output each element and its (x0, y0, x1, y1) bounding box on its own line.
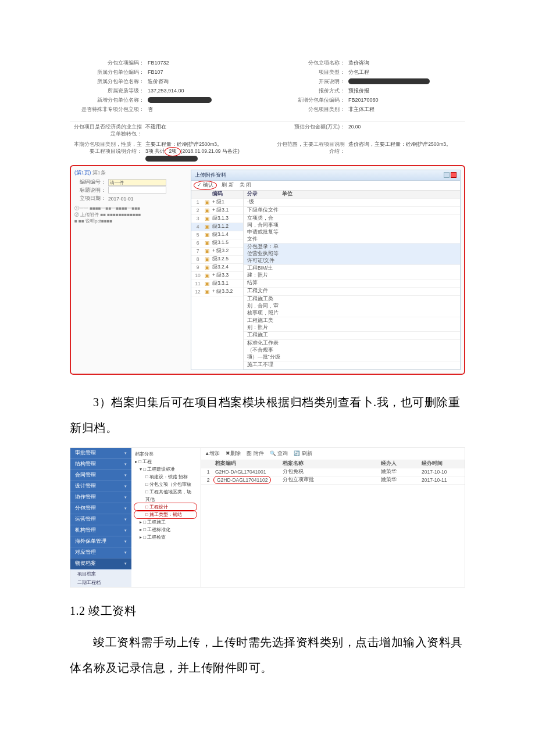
tree-node[interactable]: ▸ □ 工程施工 (133, 518, 199, 526)
popup-left-row: 标题说明： (74, 187, 187, 195)
grid-row[interactable]: 8▣级3.2.5 (191, 256, 243, 264)
tree-node[interactable]: □ 项建设：铁路 招标 (133, 473, 199, 481)
grid-row[interactable]: 5▣级3.1.4 (191, 231, 243, 239)
grid-row[interactable]: 工程文件 (244, 288, 460, 296)
toolbar-button[interactable]: ▲增加 (205, 450, 220, 456)
grid-row[interactable]: 立项类，合同，合同事项申请或批复等文件 (244, 215, 460, 243)
toolbar-button[interactable]: 🔍 查询 (270, 450, 288, 456)
form-label: 分包立项编码： (72, 59, 148, 67)
tree-node[interactable]: □ 工程其他地区类，场 (133, 488, 199, 496)
sidebar-item[interactable]: 协作管理▾ (70, 492, 131, 503)
grid-row[interactable]: 3▣级3.1.3 (191, 215, 243, 223)
grid-row[interactable]: 工程施工类别，合同，审核事项，照片 (244, 296, 460, 317)
sidebar-item[interactable]: 合同管理▾ (70, 470, 131, 481)
archive-tree: 档案分类▸ □ 工程▾ □ 工程建设标准□ 项建设：铁路 招标□ 分包立项（分包… (131, 448, 201, 587)
field-value[interactable]: 2017-01-01 (108, 196, 187, 202)
memo-left-value2: 主要工程量：砼/钢护岸2500m3。 3项 共计 2项 (2018.01.09.… (145, 141, 262, 162)
redacted-text (348, 78, 430, 84)
grid-row[interactable]: 工程BIM/土建：照片 (244, 265, 460, 280)
form-value: 造价咨询 (148, 77, 262, 85)
toolbar-button[interactable]: 关 闭 (240, 182, 251, 189)
grid-row[interactable]: 11▣级3.3.1 (191, 280, 243, 288)
field-value[interactable]: 请一件 (108, 179, 187, 186)
form-row: 新增分包单位名称： (72, 95, 262, 105)
paragraph-upload: 竣工资料需手动上传，上传时需先选择资料类别，点击增加输入资料具体名称及记录信息，… (70, 629, 465, 680)
grid-row[interactable]: 工程施工 (244, 332, 460, 340)
form-row: 所属分包单位编码：FB107 (72, 67, 262, 77)
tree-node[interactable]: □ 施工类型：钢结 (133, 511, 199, 518)
popup-title-text: 上传附件资料 (195, 171, 226, 179)
toolbar-button[interactable]: ✓ 确认 (195, 182, 216, 189)
window-controls[interactable] (444, 172, 456, 178)
grid-row[interactable]: 标准化工作表（不合规事项）—批"分级 (244, 340, 460, 361)
tree-node[interactable]: ▾ □ 工程建设标准 (133, 465, 199, 473)
tree-node[interactable]: ▸ □ 工程标准化 (133, 526, 199, 533)
sidebar-item[interactable]: 结构管理▾ (70, 459, 131, 470)
grid-row[interactable]: 1▣+ 级1 (191, 199, 243, 207)
note-line: ■ ■■ 说明pdf­■■■■ (74, 218, 187, 224)
grid-row[interactable]: 7▣+ 级3.2 (191, 248, 243, 256)
sidebar-item[interactable]: 机构管理▾ (70, 525, 131, 536)
tree-node[interactable]: 档案分类 (133, 450, 199, 458)
grid-row[interactable]: 下级单位文件 (244, 207, 460, 215)
column-header: 经办人 (381, 460, 422, 467)
grid-row[interactable]: 9▣级3.2.4 (191, 264, 243, 272)
screenshot-form-popup: 分包立项编码：FB10732所属分包单位编码：FB107所属分包单位名称：造价咨… (70, 58, 465, 375)
sidebar-subitem[interactable]: 项目档案 (70, 569, 131, 578)
close-icon[interactable] (451, 172, 456, 178)
toolbar-button[interactable]: ✖删除 (226, 450, 241, 456)
popup-panel: (第1页) 第1条 编码编号：请一件标题说明：立项日期：2017-01-01 ①… (70, 165, 465, 375)
sidebar-item[interactable]: 设计管理▾ (70, 481, 131, 492)
tree-node[interactable]: □ 工程设计 (133, 503, 199, 511)
min-icon[interactable] (444, 172, 450, 178)
grid-row[interactable]: -级 (244, 199, 460, 207)
memo-left: 分包项目是否经济类的业主指定单独转包： 不适用在 (70, 124, 262, 138)
form-row: 分包立项名称：造价咨询 (273, 58, 463, 67)
field-label: 立项日期： (74, 195, 108, 202)
form-value: FB107 (148, 68, 262, 76)
tree-node[interactable]: 其他 (133, 496, 199, 503)
grid-row[interactable]: 6▣级3.1.5 (191, 239, 243, 248)
tree-node[interactable]: ▸ □ 工程检查 (133, 533, 199, 541)
sidebar-item[interactable]: 海外保单管理▾ (70, 536, 131, 547)
grid-row[interactable]: 2▣+ 级3.1 (191, 207, 243, 215)
table-row[interactable]: 1G2HD-DAGL17041001分包免税姚策华2017-10-10 (201, 468, 465, 476)
table-row[interactable]: 2G2HD-DAGL17041102分包立项审批姚策华2017-10-11 (201, 476, 465, 485)
form-value: 预报价报 (348, 87, 463, 95)
form-label: 报价方式： (273, 87, 348, 95)
field-value[interactable] (108, 187, 187, 195)
sidebar-item-selected[interactable]: 物资档案▾ (70, 558, 131, 569)
grid-row[interactable]: 12▣+ 级3.3.2 (191, 288, 243, 296)
heading-1-2: 1.2 竣工资料 (70, 598, 465, 624)
memo-left-label2: 本期分包项目类别，性质，主要工程项目说明介绍： (70, 141, 145, 162)
grid-row[interactable]: 工程施工类别：照片 (244, 317, 460, 332)
form-label: 分包项目类别： (273, 105, 348, 113)
form-row: 开展说明： (273, 77, 463, 86)
grid-header: 档案编码档案名称经办人经办时间 (201, 460, 465, 468)
memo-right-label: 预估分包金额(万元)： (273, 124, 348, 138)
grid-row[interactable]: 结算 (244, 280, 460, 288)
redacted-text (145, 156, 198, 162)
tree-node[interactable]: ▸ □ 工程 (133, 458, 199, 465)
grid-row[interactable]: 施工工不理 (244, 361, 460, 370)
popup-tab[interactable]: 第1页 (76, 170, 90, 175)
form-value: FB20170060 (348, 96, 463, 104)
column-header: 档案编码 (213, 460, 283, 467)
grid-row[interactable]: 分包登录：单位营业执照等许可证/文件 (244, 243, 460, 265)
grid-row[interactable]: 4▣级3.1.2 (191, 223, 243, 231)
form-value (348, 77, 463, 85)
sidebar-item[interactable]: 运营管理▾ (70, 514, 131, 525)
sidebar-item[interactable]: 分包管理▾ (70, 503, 131, 514)
toolbar-button[interactable]: 刷 新 (222, 182, 233, 189)
sidebar-subitem[interactable]: 二期工程档 (70, 578, 131, 587)
sidebar-item[interactable]: 审批管理▾ (70, 448, 131, 459)
tree-node[interactable]: □ 分包立项（分包审核 (133, 481, 199, 488)
toolbar-button[interactable]: 图 附件 (247, 450, 263, 456)
popup-left-form: (第1页) 第1条 编码编号：请一件标题说明：立项日期：2017-01-01 ①… (74, 170, 191, 224)
toolbar-button[interactable]: 🔄 刷新 (294, 450, 312, 456)
form-row: 分包项目类别：非主体工程 (273, 105, 463, 114)
grid-row[interactable]: 10▣+ 级3.3 (191, 272, 243, 280)
popup-grid: 编码 1▣+ 级12▣+ 级3.13▣级3.1.34▣级3.1.25▣级3.1.… (191, 191, 460, 370)
form-label: 分包立项名称： (273, 59, 348, 67)
sidebar-item[interactable]: 对应管理▾ (70, 547, 131, 558)
